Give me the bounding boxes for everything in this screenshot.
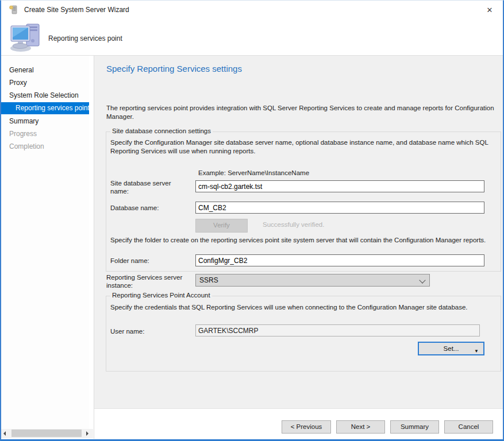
wizard-steps-sidebar: General Proxy System Role Selection Repo…	[1, 56, 89, 429]
menu-arrow-icon: ▼	[474, 346, 479, 357]
folder-name-input[interactable]	[195, 254, 484, 266]
sidebar-item-reporting-services-point[interactable]: Reporting services point	[1, 102, 89, 114]
server-instance-dropdown[interactable]: SSRS	[195, 274, 430, 287]
verify-button: Verify	[195, 219, 248, 233]
page-heading: Specify Reporting Services settings	[106, 64, 242, 74]
db-connection-description: Specify the Configuration Manager site d…	[110, 138, 491, 156]
wizard-window: Create Site System Server Wizard ✕ Repor…	[0, 0, 504, 441]
database-name-input[interactable]	[195, 202, 484, 214]
account-group-title: Reporting Services Point Account	[110, 292, 212, 299]
wizard-icon	[9, 5, 18, 14]
window-title: Create Site System Server Wizard	[24, 6, 129, 14]
sidebar-item-proxy[interactable]: Proxy	[1, 76, 89, 89]
scrollbar-thumb[interactable]	[11, 430, 82, 437]
sidebar-item-general[interactable]: General	[1, 64, 89, 76]
chevron-down-icon	[419, 277, 425, 283]
server-instance-value: SSRS	[199, 276, 218, 284]
sidebar-item-system-role-selection[interactable]: System Role Selection	[1, 89, 89, 102]
account-description: Specify the credentials that SQL Reporti…	[110, 303, 497, 312]
sidebar-item-completion: Completion	[1, 140, 89, 153]
server-instance-label: Reporting Services server instance:	[106, 273, 191, 289]
title-bar[interactable]: Create Site System Server Wizard ✕	[1, 1, 503, 19]
server-name-input[interactable]	[195, 180, 484, 192]
intro-text: The reporting services point provides in…	[106, 104, 497, 121]
user-name-input[interactable]	[195, 324, 480, 336]
header-title: Reporting services point	[48, 34, 122, 42]
summary-button[interactable]: Summary	[390, 420, 439, 434]
server-name-label: Site database server name:	[110, 179, 191, 195]
set-account-button-label: Set...	[444, 345, 459, 352]
folder-description: Specify the folder to create on the repo…	[110, 236, 497, 245]
scroll-right-icon[interactable]	[86, 431, 89, 436]
sidebar-item-summary[interactable]: Summary	[1, 115, 89, 127]
wizard-header: Reporting services point	[1, 19, 503, 55]
scroll-left-icon[interactable]	[3, 431, 6, 436]
server-name-example-label: Example: ServerName\InstanceName	[198, 169, 309, 176]
sidebar-item-progress: Progress	[1, 127, 89, 140]
previous-button[interactable]: < Previous	[282, 420, 331, 434]
footer-divider	[94, 408, 504, 409]
db-connection-group-title: Site database connection settings	[110, 127, 213, 134]
folder-name-label: Folder name:	[110, 257, 149, 265]
site-system-computer-icon	[9, 21, 43, 52]
database-name-label: Database name:	[110, 204, 159, 212]
cancel-button[interactable]: Cancel	[444, 420, 493, 434]
sidebar-horizontal-scrollbar[interactable]	[1, 429, 93, 438]
close-icon[interactable]: ✕	[480, 3, 499, 17]
verify-status-text: Successfully verified.	[263, 221, 324, 228]
user-name-label: User name:	[110, 327, 144, 335]
next-button[interactable]: Next >	[336, 420, 385, 434]
set-account-button[interactable]: Set... ▼	[418, 342, 484, 355]
